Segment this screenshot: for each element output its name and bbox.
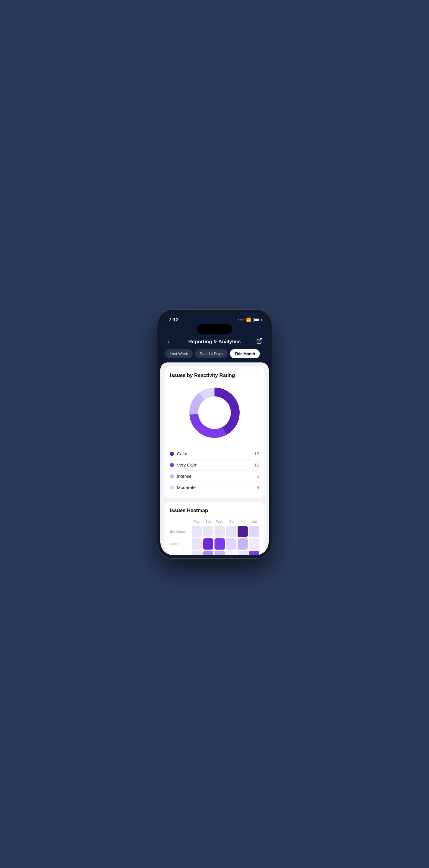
reactivity-card: Issues by Reactivity Rating	[165, 367, 264, 498]
heatmap-day-fri: Fri	[237, 518, 248, 525]
calm-label: Calm	[177, 451, 187, 456]
heatmap-cell	[192, 551, 202, 555]
heatmap-cell	[203, 551, 213, 555]
heatmap-empty-header	[170, 518, 191, 525]
donut-center	[198, 397, 231, 429]
calm-value: 16	[254, 451, 259, 456]
moderate-label: Moderate	[177, 485, 196, 490]
heatmap-cell	[226, 551, 236, 555]
intense-label: Intense	[177, 474, 192, 478]
tab-bar: Last Week Past 14 Days This Month	[160, 349, 269, 363]
heatmap-day-sat: Sat	[249, 518, 259, 525]
heatmap-cell	[226, 526, 236, 537]
heatmap-cell	[249, 551, 259, 555]
status-bar: 7:12 📶	[160, 313, 269, 324]
signal-icon	[238, 319, 245, 320]
heatmap-label-afternoon: Afternoon	[170, 551, 191, 555]
app-header: ← Reporting & Analytics	[160, 335, 269, 349]
status-time: 7:12	[169, 317, 179, 323]
heatmap-day-mon: Mon	[192, 518, 202, 525]
heatmap-cell	[192, 538, 202, 550]
dynamic-island	[197, 324, 232, 334]
heatmap-grid: Mon Tue Wed Thu Fri Sat Breakfast Lunch	[170, 518, 259, 555]
heatmap-day-wed: Wed	[214, 518, 225, 525]
very-calm-dot	[170, 463, 174, 467]
heatmap-cell	[214, 551, 225, 555]
very-calm-value: 12	[254, 462, 259, 467]
heatmap-title: Issues Heatmap	[170, 507, 259, 514]
moderate-dot	[170, 486, 174, 490]
phone-screen: 7:12 📶 ← Reporting & Analytics	[160, 313, 269, 555]
heatmap-cell	[237, 551, 248, 555]
reactivity-title: Issues by Reactivity Rating	[170, 373, 259, 378]
heatmap-cell	[237, 538, 248, 550]
heatmap-cell	[214, 538, 225, 550]
export-button[interactable]	[256, 338, 263, 346]
heatmap-day-thu: Thu	[226, 518, 236, 525]
heatmap-cell	[203, 538, 213, 550]
page-title: Reporting & Analytics	[189, 339, 241, 345]
legend-moderate: Moderate 4	[170, 482, 259, 493]
legend-very-calm: Very Calm 12	[170, 459, 259, 471]
status-icons: 📶	[238, 317, 260, 322]
wifi-icon: 📶	[246, 317, 251, 322]
calm-dot	[170, 452, 174, 456]
very-calm-label: Very Calm	[177, 462, 197, 467]
heatmap-cell	[237, 526, 248, 537]
back-button[interactable]: ←	[166, 338, 173, 346]
legend-intense: Intense 6	[170, 471, 259, 482]
legend-calm: Calm 16	[170, 448, 259, 459]
reactivity-legend: Calm 16 Very Calm 12 I	[170, 448, 259, 493]
main-content: Issues by Reactivity Rating	[160, 363, 269, 555]
donut-chart	[185, 383, 244, 442]
tab-this-month[interactable]: This Month	[230, 349, 260, 358]
heatmap-cell	[249, 526, 259, 537]
heatmap-cell	[226, 538, 236, 550]
donut-chart-container	[170, 383, 259, 442]
heatmap-cell	[249, 538, 259, 550]
heatmap-day-tue: Tue	[203, 518, 213, 525]
heatmap-cell	[192, 526, 202, 537]
svg-line-0	[259, 339, 262, 341]
phone-frame: 7:12 📶 ← Reporting & Analytics	[157, 309, 272, 559]
heatmap-label-lunch: Lunch	[170, 538, 191, 550]
tab-past-14-days[interactable]: Past 14 Days	[195, 349, 227, 358]
tab-last-week[interactable]: Last Week	[165, 349, 193, 358]
heatmap-cell	[203, 526, 213, 537]
heatmap-label-breakfast: Breakfast	[170, 526, 191, 537]
moderate-value: 4	[257, 485, 259, 490]
heatmap-card: Issues Heatmap Mon Tue Wed Thu Fri Sat B…	[165, 502, 264, 555]
heatmap-cell	[214, 526, 225, 537]
battery-icon	[253, 318, 260, 322]
intense-value: 6	[257, 474, 259, 478]
intense-dot	[170, 474, 174, 478]
